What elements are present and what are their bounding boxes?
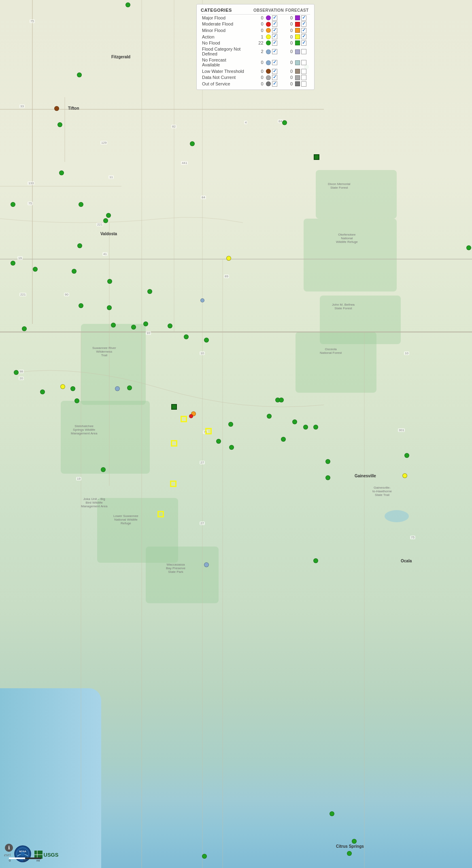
marker-green-37[interactable] [303, 425, 308, 430]
legend-obs-check-1[interactable] [272, 21, 277, 27]
legend-fore-check-2[interactable] [301, 28, 306, 33]
marker-green-43[interactable] [325, 475, 330, 480]
legend-fore-check-5[interactable] [301, 49, 306, 54]
legend-obs-check-7[interactable] [272, 69, 277, 74]
marker-green-14[interactable] [72, 269, 77, 274]
legend-obs-check-4[interactable] [272, 40, 277, 46]
legend-fore-icon-2 [294, 27, 310, 34]
road-27-s: 27 [200, 521, 205, 525]
marker-green-fl-2[interactable] [347, 851, 352, 856]
legend-fore-check-1[interactable] [301, 21, 306, 27]
label-fitzgerald: Fitzgerald [111, 55, 130, 59]
marker-green-fl-1[interactable] [352, 839, 357, 844]
marker-green-35[interactable] [267, 414, 272, 419]
marker-green-46[interactable] [313, 558, 318, 563]
marker-brown-1[interactable] [54, 106, 59, 111]
marker-green-39[interactable] [281, 437, 286, 442]
marker-green-15[interactable] [107, 279, 112, 284]
marker-green-13[interactable] [11, 261, 15, 266]
marker-dgreen-sq-2[interactable] [171, 404, 177, 410]
marker-green-40[interactable] [279, 398, 284, 402]
marker-green-21[interactable] [143, 321, 148, 326]
marker-yellow-1[interactable] [226, 256, 231, 261]
marker-green-2[interactable] [282, 120, 287, 125]
legend-obs-check-0[interactable] [272, 15, 277, 21]
legend-fore-check-4[interactable] [301, 40, 306, 46]
marker-green-17[interactable] [79, 303, 83, 308]
svg-text:0: 0 [9, 859, 11, 862]
marker-green-12[interactable] [77, 243, 82, 248]
legend-obs-check-5[interactable] [272, 49, 277, 54]
legend-panel: CATEGORIES OBSERVATION FORECAST Major Fl… [196, 4, 315, 90]
marker-green-34[interactable] [229, 445, 234, 450]
marker-green-10[interactable] [106, 213, 111, 218]
marker-yellow-sq-2[interactable] [205, 428, 212, 434]
marker-yellow-sq-3[interactable] [171, 440, 177, 447]
legend-fore-check-9[interactable] [301, 81, 306, 87]
marker-green-fl-4[interactable] [200, 298, 204, 302]
legend-fore-check-7[interactable] [301, 69, 306, 74]
marker-green-19[interactable] [111, 323, 116, 328]
marker-red-1[interactable] [189, 414, 193, 418]
marker-yellow-2[interactable] [60, 384, 65, 389]
marker-green-22[interactable] [168, 323, 172, 328]
marker-green-38[interactable] [313, 425, 318, 430]
marker-green-1[interactable] [125, 2, 130, 7]
marker-green-47[interactable] [466, 245, 471, 250]
marker-green-8[interactable] [11, 202, 15, 207]
legend-obs-check-6[interactable] [272, 60, 277, 65]
marker-green-27[interactable] [70, 386, 75, 391]
marker-green-44[interactable] [330, 811, 334, 816]
marker-green-fl-3[interactable] [101, 467, 106, 472]
marker-green-18[interactable] [107, 305, 112, 310]
marker-green-25[interactable] [22, 326, 27, 331]
legend-obs-check-2[interactable] [272, 28, 277, 33]
marker-green-11[interactable] [103, 218, 108, 223]
legend-obs-check-9[interactable] [272, 81, 277, 87]
marker-blue-1[interactable] [115, 386, 120, 391]
legend-fore-icon-3 [294, 34, 310, 40]
marker-green-16[interactable] [147, 289, 152, 294]
marker-blue-2[interactable] [204, 562, 209, 567]
legend-obs-count-0: 0 [253, 15, 265, 21]
marker-green-5[interactable] [57, 122, 62, 127]
marker-green-29[interactable] [40, 389, 45, 394]
marker-green-26[interactable] [14, 370, 19, 375]
legend-fore-count-1: 0 [285, 21, 294, 28]
marker-yellow-3[interactable] [402, 473, 407, 478]
legend-row-3: Action 1 0 [201, 34, 310, 40]
legend-fore-check-8[interactable] [301, 75, 306, 80]
marker-green-30[interactable] [74, 398, 79, 403]
marker-green-28[interactable] [127, 385, 132, 390]
marker-green-33[interactable] [216, 439, 221, 444]
marker-green-6[interactable] [190, 141, 195, 146]
legend-obs-check-8[interactable] [272, 75, 277, 80]
marker-green-4[interactable] [77, 72, 82, 77]
marker-green-41[interactable] [325, 459, 330, 464]
marker-green-48[interactable] [33, 267, 38, 272]
marker-green-23[interactable] [184, 334, 189, 339]
label-valdosta: Valdosta [100, 232, 117, 236]
legend-fore-check-3[interactable] [301, 34, 306, 39]
marker-yellow-sq-5[interactable] [157, 511, 164, 517]
marker-green-24[interactable] [204, 338, 209, 343]
marker-green-32[interactable] [228, 422, 233, 427]
marker-green-45[interactable] [202, 854, 207, 859]
marker-green-36[interactable] [292, 419, 297, 424]
marker-yellow-sq-1[interactable] [181, 416, 187, 422]
marker-green-7[interactable] [59, 170, 64, 175]
legend-row-7: Low Water Threshold 0 0 [201, 68, 310, 74]
marker-yellow-sq-4[interactable] [170, 481, 176, 487]
marker-green-9[interactable] [79, 202, 83, 207]
legend-obs-icon-5 [265, 46, 285, 57]
road-11: 11 [108, 175, 114, 179]
legend-obs-check-3[interactable] [272, 34, 277, 39]
marker-green-42[interactable] [404, 453, 409, 458]
marker-dgreen-sq-1[interactable] [314, 154, 319, 160]
legend-fore-check-6[interactable] [301, 60, 306, 65]
legend-fore-count-6: 0 [285, 57, 294, 68]
legend-fore-check-0[interactable] [301, 15, 306, 21]
marker-green-20[interactable] [131, 325, 136, 330]
legend-fore-icon-6 [294, 57, 310, 68]
info-button[interactable]: ℹ [5, 844, 13, 852]
